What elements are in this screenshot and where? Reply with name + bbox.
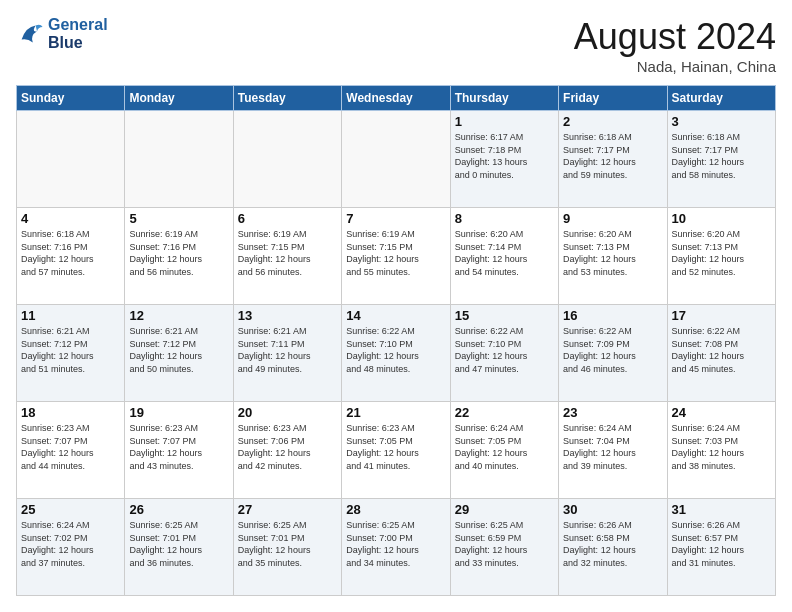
- day-number: 16: [563, 308, 662, 323]
- day-number: 8: [455, 211, 554, 226]
- calendar-header-row: Sunday Monday Tuesday Wednesday Thursday…: [17, 86, 776, 111]
- calendar-cell: [125, 111, 233, 208]
- day-number: 23: [563, 405, 662, 420]
- day-number: 11: [21, 308, 120, 323]
- day-info: Sunrise: 6:22 AM Sunset: 7:10 PM Dayligh…: [455, 325, 554, 375]
- day-number: 15: [455, 308, 554, 323]
- day-info: Sunrise: 6:20 AM Sunset: 7:14 PM Dayligh…: [455, 228, 554, 278]
- day-number: 4: [21, 211, 120, 226]
- calendar-week-row-3: 11Sunrise: 6:21 AM Sunset: 7:12 PM Dayli…: [17, 305, 776, 402]
- calendar-cell: 10Sunrise: 6:20 AM Sunset: 7:13 PM Dayli…: [667, 208, 775, 305]
- day-info: Sunrise: 6:25 AM Sunset: 6:59 PM Dayligh…: [455, 519, 554, 569]
- day-info: Sunrise: 6:23 AM Sunset: 7:06 PM Dayligh…: [238, 422, 337, 472]
- calendar-cell: 3Sunrise: 6:18 AM Sunset: 7:17 PM Daylig…: [667, 111, 775, 208]
- day-number: 6: [238, 211, 337, 226]
- calendar-cell: 4Sunrise: 6:18 AM Sunset: 7:16 PM Daylig…: [17, 208, 125, 305]
- location-subtitle: Nada, Hainan, China: [574, 58, 776, 75]
- day-info: Sunrise: 6:20 AM Sunset: 7:13 PM Dayligh…: [563, 228, 662, 278]
- calendar-cell: 5Sunrise: 6:19 AM Sunset: 7:16 PM Daylig…: [125, 208, 233, 305]
- day-info: Sunrise: 6:25 AM Sunset: 7:01 PM Dayligh…: [129, 519, 228, 569]
- day-info: Sunrise: 6:25 AM Sunset: 7:00 PM Dayligh…: [346, 519, 445, 569]
- calendar-cell: 27Sunrise: 6:25 AM Sunset: 7:01 PM Dayli…: [233, 499, 341, 596]
- calendar-cell: 6Sunrise: 6:19 AM Sunset: 7:15 PM Daylig…: [233, 208, 341, 305]
- col-monday: Monday: [125, 86, 233, 111]
- day-number: 7: [346, 211, 445, 226]
- day-number: 13: [238, 308, 337, 323]
- day-info: Sunrise: 6:24 AM Sunset: 7:04 PM Dayligh…: [563, 422, 662, 472]
- day-number: 19: [129, 405, 228, 420]
- calendar-cell: 11Sunrise: 6:21 AM Sunset: 7:12 PM Dayli…: [17, 305, 125, 402]
- day-info: Sunrise: 6:18 AM Sunset: 7:17 PM Dayligh…: [563, 131, 662, 181]
- col-tuesday: Tuesday: [233, 86, 341, 111]
- calendar-cell: [342, 111, 450, 208]
- day-number: 31: [672, 502, 771, 517]
- calendar-cell: 23Sunrise: 6:24 AM Sunset: 7:04 PM Dayli…: [559, 402, 667, 499]
- title-block: August 2024 Nada, Hainan, China: [574, 16, 776, 75]
- calendar-cell: 21Sunrise: 6:23 AM Sunset: 7:05 PM Dayli…: [342, 402, 450, 499]
- calendar-cell: 2Sunrise: 6:18 AM Sunset: 7:17 PM Daylig…: [559, 111, 667, 208]
- day-number: 25: [21, 502, 120, 517]
- calendar-cell: 13Sunrise: 6:21 AM Sunset: 7:11 PM Dayli…: [233, 305, 341, 402]
- day-info: Sunrise: 6:19 AM Sunset: 7:15 PM Dayligh…: [346, 228, 445, 278]
- col-wednesday: Wednesday: [342, 86, 450, 111]
- calendar-cell: 19Sunrise: 6:23 AM Sunset: 7:07 PM Dayli…: [125, 402, 233, 499]
- calendar-week-row-4: 18Sunrise: 6:23 AM Sunset: 7:07 PM Dayli…: [17, 402, 776, 499]
- day-info: Sunrise: 6:18 AM Sunset: 7:16 PM Dayligh…: [21, 228, 120, 278]
- calendar-cell: 18Sunrise: 6:23 AM Sunset: 7:07 PM Dayli…: [17, 402, 125, 499]
- day-number: 30: [563, 502, 662, 517]
- day-info: Sunrise: 6:26 AM Sunset: 6:57 PM Dayligh…: [672, 519, 771, 569]
- col-saturday: Saturday: [667, 86, 775, 111]
- calendar-week-row-5: 25Sunrise: 6:24 AM Sunset: 7:02 PM Dayli…: [17, 499, 776, 596]
- calendar-cell: 16Sunrise: 6:22 AM Sunset: 7:09 PM Dayli…: [559, 305, 667, 402]
- col-sunday: Sunday: [17, 86, 125, 111]
- calendar-cell: 9Sunrise: 6:20 AM Sunset: 7:13 PM Daylig…: [559, 208, 667, 305]
- day-info: Sunrise: 6:20 AM Sunset: 7:13 PM Dayligh…: [672, 228, 771, 278]
- calendar-cell: 7Sunrise: 6:19 AM Sunset: 7:15 PM Daylig…: [342, 208, 450, 305]
- day-info: Sunrise: 6:23 AM Sunset: 7:07 PM Dayligh…: [21, 422, 120, 472]
- calendar-week-row-1: 1Sunrise: 6:17 AM Sunset: 7:18 PM Daylig…: [17, 111, 776, 208]
- day-info: Sunrise: 6:25 AM Sunset: 7:01 PM Dayligh…: [238, 519, 337, 569]
- calendar-cell: 22Sunrise: 6:24 AM Sunset: 7:05 PM Dayli…: [450, 402, 558, 499]
- header: General Blue August 2024 Nada, Hainan, C…: [16, 16, 776, 75]
- calendar-cell: 15Sunrise: 6:22 AM Sunset: 7:10 PM Dayli…: [450, 305, 558, 402]
- day-number: 24: [672, 405, 771, 420]
- calendar-cell: 31Sunrise: 6:26 AM Sunset: 6:57 PM Dayli…: [667, 499, 775, 596]
- day-info: Sunrise: 6:22 AM Sunset: 7:10 PM Dayligh…: [346, 325, 445, 375]
- calendar-cell: 29Sunrise: 6:25 AM Sunset: 6:59 PM Dayli…: [450, 499, 558, 596]
- day-number: 29: [455, 502, 554, 517]
- day-number: 17: [672, 308, 771, 323]
- logo-text: General Blue: [48, 16, 108, 51]
- day-info: Sunrise: 6:24 AM Sunset: 7:03 PM Dayligh…: [672, 422, 771, 472]
- day-number: 10: [672, 211, 771, 226]
- day-number: 2: [563, 114, 662, 129]
- day-info: Sunrise: 6:21 AM Sunset: 7:12 PM Dayligh…: [129, 325, 228, 375]
- day-number: 5: [129, 211, 228, 226]
- day-info: Sunrise: 6:21 AM Sunset: 7:11 PM Dayligh…: [238, 325, 337, 375]
- calendar-cell: [17, 111, 125, 208]
- calendar-cell: 24Sunrise: 6:24 AM Sunset: 7:03 PM Dayli…: [667, 402, 775, 499]
- day-info: Sunrise: 6:19 AM Sunset: 7:15 PM Dayligh…: [238, 228, 337, 278]
- calendar-cell: 14Sunrise: 6:22 AM Sunset: 7:10 PM Dayli…: [342, 305, 450, 402]
- day-number: 1: [455, 114, 554, 129]
- logo-icon: [16, 20, 44, 48]
- calendar-cell: 26Sunrise: 6:25 AM Sunset: 7:01 PM Dayli…: [125, 499, 233, 596]
- calendar-cell: [233, 111, 341, 208]
- logo: General Blue: [16, 16, 108, 51]
- col-thursday: Thursday: [450, 86, 558, 111]
- calendar-cell: 12Sunrise: 6:21 AM Sunset: 7:12 PM Dayli…: [125, 305, 233, 402]
- day-number: 3: [672, 114, 771, 129]
- day-number: 14: [346, 308, 445, 323]
- calendar-cell: 8Sunrise: 6:20 AM Sunset: 7:14 PM Daylig…: [450, 208, 558, 305]
- calendar-cell: 25Sunrise: 6:24 AM Sunset: 7:02 PM Dayli…: [17, 499, 125, 596]
- calendar-cell: 17Sunrise: 6:22 AM Sunset: 7:08 PM Dayli…: [667, 305, 775, 402]
- day-number: 9: [563, 211, 662, 226]
- day-info: Sunrise: 6:18 AM Sunset: 7:17 PM Dayligh…: [672, 131, 771, 181]
- calendar-cell: 30Sunrise: 6:26 AM Sunset: 6:58 PM Dayli…: [559, 499, 667, 596]
- day-info: Sunrise: 6:26 AM Sunset: 6:58 PM Dayligh…: [563, 519, 662, 569]
- day-number: 27: [238, 502, 337, 517]
- day-number: 21: [346, 405, 445, 420]
- day-number: 26: [129, 502, 228, 517]
- day-info: Sunrise: 6:17 AM Sunset: 7:18 PM Dayligh…: [455, 131, 554, 181]
- month-title: August 2024: [574, 16, 776, 58]
- calendar-table: Sunday Monday Tuesday Wednesday Thursday…: [16, 85, 776, 596]
